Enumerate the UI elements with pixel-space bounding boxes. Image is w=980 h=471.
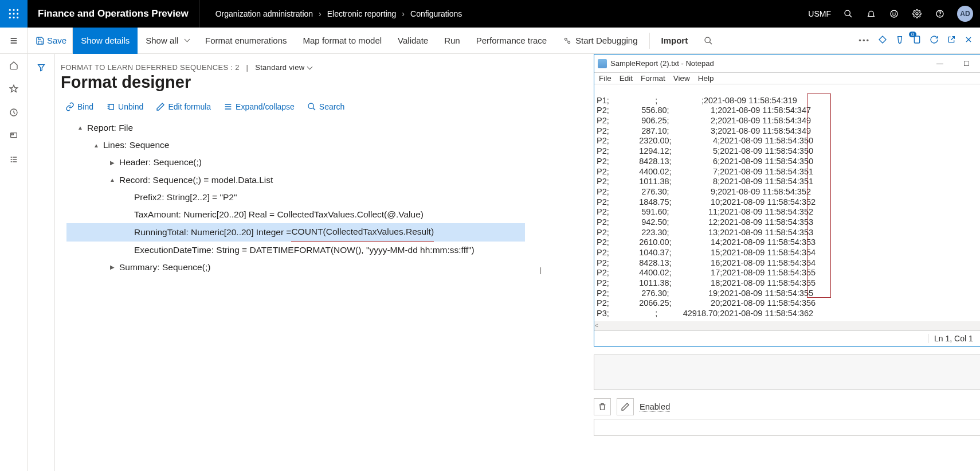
tree-node-taxamount[interactable]: TaxAmount: Numeric[20..20] Real = Collec…	[66, 206, 525, 223]
home-icon[interactable]	[9, 61, 18, 72]
popout-icon[interactable]	[947, 35, 956, 46]
star-icon[interactable]	[9, 84, 18, 95]
run-button[interactable]: Run	[436, 28, 468, 54]
tree-node-record[interactable]: ▲Record: Sequence(;) = model.Data.List	[66, 172, 525, 189]
tree-node-prefix2[interactable]: Prefix2: String[2..2] = "P2"	[66, 189, 525, 206]
notepad-statusbar: Ln 1, Col 1	[594, 331, 980, 346]
chevron-right-icon: ›	[402, 9, 405, 18]
svg-point-0	[9, 9, 11, 11]
help-icon[interactable]	[934, 8, 946, 20]
svg-point-18	[705, 37, 710, 42]
svg-point-4	[13, 13, 14, 14]
modules-icon[interactable]	[9, 155, 18, 166]
collapse-icon[interactable]: ▲	[92, 140, 101, 151]
bell-icon[interactable]	[865, 8, 877, 20]
collapse-icon[interactable]: ▲	[108, 174, 117, 186]
recent-icon[interactable]	[9, 108, 18, 119]
expand-icon[interactable]: ▶	[108, 157, 117, 169]
svg-point-6	[9, 17, 11, 18]
expand-icon[interactable]: ▶	[108, 262, 117, 273]
import-button[interactable]: Import	[653, 28, 696, 54]
menu-file[interactable]: File	[599, 74, 611, 83]
show-details-button[interactable]: Show details	[73, 28, 138, 54]
notepad-icon	[598, 59, 607, 68]
breadcrumb-nav: Organization administration › Electronic…	[199, 9, 462, 18]
tree-node-lines[interactable]: ▲Lines: Sequence	[66, 137, 525, 154]
avatar[interactable]: AD	[957, 6, 973, 22]
svg-point-23	[308, 103, 313, 108]
app-launcher-icon[interactable]	[0, 0, 28, 28]
details-panel	[594, 355, 980, 390]
edit-button[interactable]	[617, 398, 634, 415]
notepad-window: SampleReport (2).txt - Notepad — ☐ ✕ Fil…	[594, 54, 980, 347]
gear-icon[interactable]	[911, 8, 923, 20]
svg-point-1	[13, 9, 14, 11]
start-debugging-button[interactable]: Start Debugging	[555, 28, 645, 54]
svg-rect-22	[11, 134, 13, 135]
debug-label: Start Debugging	[575, 36, 637, 45]
breadcrumb-item[interactable]: Organization administration	[215, 9, 313, 18]
svg-point-5	[17, 13, 18, 14]
map-format-button[interactable]: Map format to model	[295, 28, 390, 54]
svg-point-9	[845, 10, 850, 15]
more-icon[interactable]: •••	[859, 36, 870, 45]
delete-button[interactable]	[594, 398, 611, 415]
notepad-content[interactable]: P1; ; ;2021-08-09 11:58:54:319 P2; 556.8…	[594, 84, 980, 331]
svg-point-11	[893, 13, 893, 13]
save-button[interactable]: Save	[28, 28, 73, 54]
attachments-icon[interactable]: 0	[912, 35, 922, 46]
unbind-button[interactable]: Unbind	[106, 102, 143, 111]
view-selector[interactable]: Standard view	[255, 63, 312, 72]
search-icon[interactable]	[842, 8, 854, 20]
notepad-title: SampleReport (2).txt - Notepad	[610, 59, 714, 68]
svg-point-12	[895, 13, 896, 13]
app-title: Finance and Operations Preview	[28, 0, 199, 28]
tree-node-report[interactable]: ▲Report: File	[66, 119, 525, 137]
menu-format[interactable]: Format	[641, 74, 665, 83]
format-enumerations-button[interactable]: Format enumerations	[197, 28, 295, 54]
tree-node-runningtotal[interactable]: RunningTotal: Numeric[20..20] Integer = …	[66, 223, 525, 241]
svg-point-7	[13, 17, 14, 18]
funnel-icon[interactable]	[37, 63, 46, 471]
svg-point-3	[9, 13, 11, 14]
performance-trace-button[interactable]: Performance trace	[468, 28, 555, 54]
edit-formula-button[interactable]: Edit formula	[156, 102, 211, 111]
drag-handle-icon[interactable]: ||	[539, 266, 540, 274]
bind-button[interactable]: Bind	[65, 102, 93, 111]
chevron-right-icon: ›	[319, 9, 322, 18]
office-icon[interactable]	[895, 35, 904, 46]
save-label: Save	[47, 36, 66, 45]
diamond-icon[interactable]	[878, 35, 887, 46]
breadcrumb-item[interactable]: Configurations	[410, 9, 462, 18]
enabled-input[interactable]	[594, 419, 980, 436]
expand-collapse-button[interactable]: Expand/collapse	[224, 102, 295, 111]
highlight-annotation	[807, 94, 831, 298]
maximize-icon[interactable]: ☐	[953, 55, 979, 73]
tree-node-header[interactable]: ▶Header: Sequence(;)	[66, 154, 525, 171]
notepad-titlebar[interactable]: SampleReport (2).txt - Notepad — ☐ ✕	[594, 55, 980, 73]
svg-point-13	[916, 13, 918, 15]
refresh-icon[interactable]	[930, 35, 939, 46]
format-tree: ▲Report: File ▲Lines: Sequence ▶Header: …	[61, 119, 525, 276]
breadcrumb-item[interactable]: Electronic reporting	[327, 9, 397, 18]
minimize-icon[interactable]: —	[927, 55, 953, 73]
validate-button[interactable]: Validate	[390, 28, 436, 54]
menu-help[interactable]: Help	[698, 74, 714, 83]
search-button[interactable]: Search	[307, 102, 344, 111]
tree-node-execdatetime[interactable]: ExecutionDateTime: String = DATETIMEFORM…	[66, 242, 525, 259]
tree-node-summary[interactable]: ▶Summary: Sequence(;)	[66, 259, 525, 276]
smiley-icon[interactable]	[888, 8, 900, 20]
close-icon[interactable]	[964, 35, 973, 46]
hamburger-icon[interactable]	[0, 28, 28, 54]
show-all-dropdown[interactable]: Show all	[138, 28, 197, 54]
menu-view[interactable]: View	[673, 74, 690, 83]
workspace-icon[interactable]	[9, 131, 18, 142]
svg-point-10	[891, 10, 897, 17]
cursor-position: Ln 1, Col 1	[928, 334, 973, 343]
find-button[interactable]	[696, 28, 721, 54]
separator: |	[246, 63, 249, 72]
horizontal-scrollbar[interactable]: <>	[594, 321, 980, 330]
collapse-icon[interactable]: ▲	[76, 122, 85, 134]
menu-edit[interactable]: Edit	[620, 74, 633, 83]
company-code[interactable]: USMF	[808, 9, 831, 18]
